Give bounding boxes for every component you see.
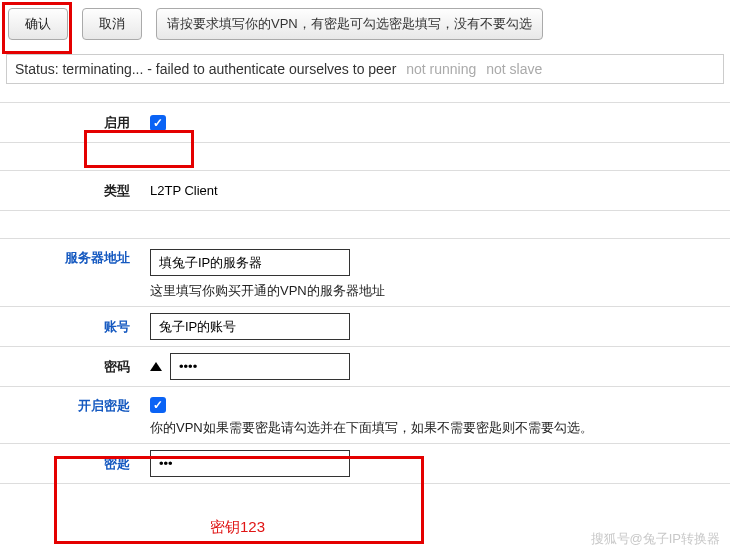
- key-label: 密匙: [0, 455, 150, 473]
- enable-checkbox[interactable]: ✓: [150, 115, 166, 131]
- enable-key-help: 你的VPN如果需要密匙请勾选并在下面填写，如果不需要密匙则不需要勾选。: [150, 419, 730, 437]
- cancel-button[interactable]: 取消: [82, 8, 142, 40]
- key-input[interactable]: [150, 450, 350, 477]
- enable-key-label: 开启密匙: [0, 397, 150, 415]
- status-bar: Status: terminating... - failed to authe…: [6, 54, 724, 84]
- account-label: 账号: [0, 318, 150, 336]
- password-input[interactable]: [170, 353, 350, 380]
- status-slave: not slave: [486, 61, 542, 77]
- enable-label: 启用: [0, 114, 150, 132]
- spacer: [0, 143, 730, 171]
- type-label: 类型: [0, 182, 150, 200]
- enable-key-checkbox[interactable]: ✓: [150, 397, 166, 413]
- watermark: 搜狐号@兔子IP转换器: [591, 530, 720, 548]
- type-value: L2TP Client: [150, 183, 218, 198]
- status-main: Status: terminating... - failed to authe…: [15, 61, 396, 77]
- collapse-icon[interactable]: [150, 362, 162, 371]
- server-input[interactable]: [150, 249, 350, 276]
- password-label: 密码: [0, 358, 150, 376]
- hint-text: 请按要求填写你的VPN，有密匙可勾选密匙填写，没有不要勾选: [156, 8, 543, 40]
- key-overlay-text: 密钥123: [210, 518, 265, 537]
- status-running: not running: [406, 61, 476, 77]
- server-help: 这里填写你购买开通的VPN的服务器地址: [150, 282, 730, 300]
- account-input[interactable]: [150, 313, 350, 340]
- confirm-button[interactable]: 确认: [8, 8, 68, 40]
- server-label: 服务器地址: [0, 249, 150, 267]
- spacer: [0, 211, 730, 239]
